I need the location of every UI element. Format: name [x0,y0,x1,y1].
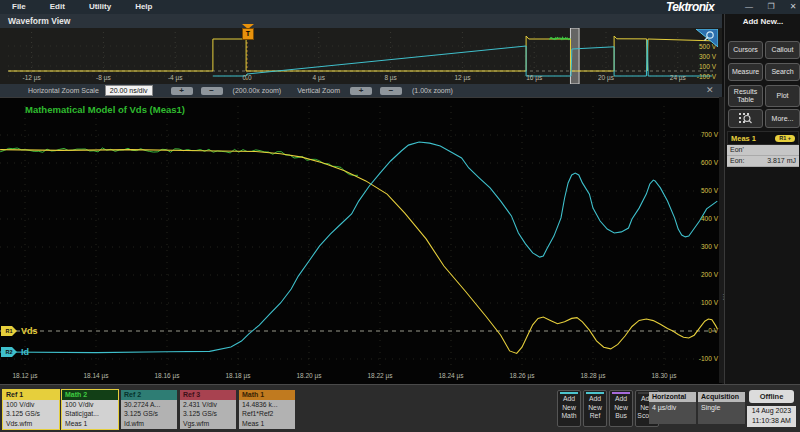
channel-marker-r1[interactable]: R1Vds [1,326,38,336]
badge-line: 100 V/div [3,400,59,409]
main-time-tick: 18.12 µs [12,372,37,379]
menu-edit[interactable]: Edit [38,0,77,14]
menu-file[interactable]: File [0,0,38,14]
meas1-row-eon: Eon:3.817 mJ [727,156,799,167]
add-button-label: Math [558,412,580,421]
zoom-close-icon[interactable]: ✕ [706,85,714,95]
sidebar-button-results-table[interactable]: Results Table [728,85,763,107]
bottom-bar: Ref 1100 V/div3.125 GS/sVds.wfmMath 2100… [0,384,800,432]
math-model-trace [0,148,358,176]
overview-time-tick: 0.0 [242,74,251,81]
main-volt-tick: 700 V [694,131,718,138]
overview-time-tick: 20 µs [598,74,614,81]
main-time-tick: 18.16 µs [154,372,179,379]
badge-header: Ref 1 [3,390,59,400]
badge-line: 3.125 GS/s [3,409,59,418]
overview-time-tick: -8 µs [96,74,111,81]
sidebar-button-plot-zoom[interactable] [728,109,763,128]
badge-header: Ref 3 [180,390,236,400]
sidebar-button-measure[interactable]: Measure [728,63,763,81]
sidebar-button-search[interactable]: Search [765,63,800,81]
add-button-label: New [584,404,606,413]
channel-marker-r2[interactable]: R2Id [1,347,29,357]
restore-button[interactable]: ❐ [764,0,778,14]
sidebar-button-plot[interactable]: Plot [765,85,800,107]
channel-label-id: Id [21,347,29,357]
vertical-zoom-label: Vertical Zoom [297,87,340,94]
horizontal-zoom-scale-label: Horizontal Zoom Scale [28,87,99,94]
menu-help[interactable]: Help [123,0,164,14]
zoom-overview-strip[interactable]: -12 µs-8 µs-4 µs0.04 µs8 µs12 µs16 µs20 … [0,28,722,84]
sidebar-button-more-[interactable]: More... [765,109,800,128]
add-button-stripe [612,392,630,394]
zoom-controls-bar: Horizontal Zoom Scale 20.00 ns/div + − (… [0,84,722,97]
r2-tag-icon: R2 [1,347,17,357]
vertical-zoom-plus-button[interactable]: + [350,87,372,95]
main-waveform-view[interactable]: Mathematical Model of Vds (Meas1) 18.12 … [0,97,722,384]
add-button-label: Add [558,395,580,404]
meas1-source-pill[interactable]: R1 + [775,135,795,142]
add-button-stripe [560,392,578,394]
badge-header: Math 1 [239,390,295,400]
add-button-label: Add [584,395,606,404]
add-new-bus-button[interactable]: AddNewBus [609,390,633,427]
horizontal-panel[interactable]: Horizontal 4 µs/div [649,392,696,424]
right-sidebar: Add New... CursorsCalloutMeasureSearchRe… [724,14,800,388]
plot-title: Mathematical Model of Vds (Meas1) [25,104,185,115]
main-volt-tick: 500 V [694,187,718,194]
channel-badge-ref1[interactable]: Ref 1100 V/div3.125 GS/sVds.wfm [3,390,59,429]
overview-zoom-icon[interactable] [694,29,718,47]
main-time-tick: 18.20 µs [296,372,321,379]
overview-time-tick: 24 µs [670,74,686,81]
overview-volt-tick: 300 V [690,53,716,60]
horizontal-zoom-minus-button[interactable]: − [201,87,223,95]
horizontal-zoom-scale-input[interactable]: 20.00 ns/div [105,85,153,96]
overview-time-tick: 16 µs [526,74,542,81]
badge-line: Vds.wfm [3,419,59,428]
vertical-zoom-minus-button[interactable]: − [380,87,402,95]
badge-line: 100 V/div [62,400,118,409]
menu-utility[interactable]: Utility [77,0,123,14]
main-time-tick: 18.26 µs [509,372,534,379]
main-time-tick: 18.24 µs [438,372,463,379]
badge-line: Meas 1 [62,419,118,428]
vertical-zoom-factor: (1.00x zoom) [412,87,453,94]
channel-badge-math2[interactable]: Math 2100 V/divStatic|gat...Meas 1 [62,390,118,429]
badge-line: 2.431 V/div [180,400,236,409]
overview-time-tick: -12 µs [22,74,40,81]
meas1-badge[interactable]: Meas 1 R1 + Eon' Eon:3.817 mJ [727,131,799,167]
overview-time-tick: 8 µs [384,74,396,81]
datetime-display: 14 Aug 2023 11:10:38 AM [747,406,796,427]
meas1-name: Meas 1 [731,134,756,143]
channel-label-vds: Vds [21,326,38,336]
add-button-label: Add [610,395,632,404]
channel-badge-ref2[interactable]: Ref 230.2724 A...3.125 GS/sId.wfm [121,390,177,429]
channel-badge-math1[interactable]: Math 114.4836 k...Ref1*Ref2Meas 1 [239,390,295,429]
sidebar-button-callout[interactable]: Callout [765,41,800,59]
add-new-ref-button[interactable]: AddNewRef [583,390,607,427]
minimize-button[interactable]: — [742,0,756,14]
acquisition-panel[interactable]: Acquisition Single [698,392,745,424]
channel-badge-ref3[interactable]: Ref 32.431 V/div3.125 GS/sVgs.wfm [180,390,236,429]
add-button-label: New [558,404,580,413]
sidebar-button-cursors[interactable]: Cursors [728,41,763,59]
grid-magnifier-icon [739,113,752,124]
trigger-marker-icon[interactable]: T [242,28,254,40]
overview-time-tick: 4 µs [313,74,325,81]
offline-button[interactable]: Offline [749,390,794,403]
main-volt-tick: 300 V [694,243,718,250]
main-volt-tick: 200 V [694,271,718,278]
main-volt-tick: 600 V [694,159,718,166]
overview-vds-trace [8,36,712,71]
badge-header: Math 2 [62,390,118,400]
horizontal-zoom-plus-button[interactable]: + [171,87,193,95]
badge-header: Ref 2 [121,390,177,400]
r1-tag-icon: R1 [1,326,17,336]
badge-line: Id.wfm [121,419,177,428]
add-button-label: New [610,404,632,413]
horizontal-panel-title: Horizontal [649,392,696,402]
add-new-math-button[interactable]: AddNewMath [557,390,581,427]
main-time-tick: 18.14 µs [83,372,108,379]
close-button[interactable]: ✕ [786,0,800,14]
tab-waveform-view[interactable]: Waveform View [0,14,722,28]
